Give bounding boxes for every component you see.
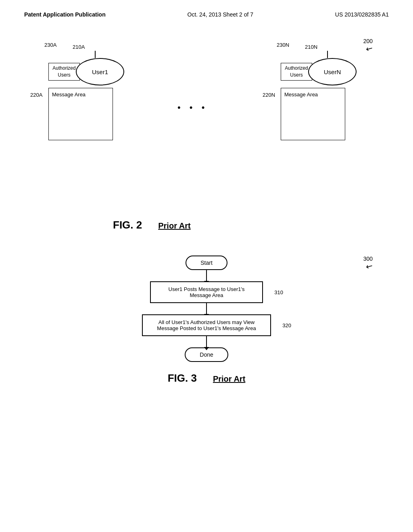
auth-users-left: AuthorizedUsers	[48, 63, 80, 81]
flow-start: Start	[186, 256, 227, 270]
fig2-label-row: FIG. 2 Prior Art	[113, 219, 191, 231]
usern-ellipse: UserN	[308, 58, 357, 85]
arrowhead-3	[204, 347, 209, 350]
header-right: US 2013/0282835 A1	[335, 11, 389, 18]
auth-users-right: AuthorizedUsers	[281, 63, 312, 81]
header-center: Oct. 24, 2013 Sheet 2 of 7	[188, 11, 253, 18]
flow-box-310: User1 Posts Message to User1'sMessage Ar…	[150, 281, 263, 303]
ellipsis-dots: • • •	[177, 102, 208, 113]
message-area-right: Message Area	[281, 88, 345, 140]
ref-210a-line	[95, 51, 96, 58]
message-area-left: Message Area	[48, 88, 113, 140]
fig2-section: 200 ↗ 210A 230A AuthorizedUsers User1	[0, 18, 413, 393]
diagram-right: 210N 230N AuthorizedUsers UserN 220N	[281, 58, 357, 140]
page-header: Patent Application Publication Oct. 24, …	[0, 0, 413, 18]
ref-310: 310	[274, 289, 283, 295]
arrow-1	[206, 270, 207, 281]
fig3-section: 300 ↗ Start User1 Posts Message to User1…	[24, 256, 389, 384]
fig3-label: FIG. 3	[168, 372, 197, 384]
msg-area-label-right: Message Area	[284, 91, 318, 98]
user1-ellipse: User1	[76, 58, 124, 85]
ref-230a: 230A	[44, 42, 56, 48]
diagram-left: 210A 230A AuthorizedUsers User1 220A	[48, 58, 124, 140]
arrow-3	[206, 336, 207, 347]
fig2-prior-art: Prior Art	[158, 221, 190, 231]
ref-320: 320	[282, 322, 291, 328]
left-user-row: 230A AuthorizedUsers User1	[48, 58, 124, 85]
right-msg-container: 220N Message Area	[281, 88, 357, 140]
ref-210n: 210N	[305, 44, 317, 50]
right-user-row: 230N AuthorizedUsers UserN	[281, 58, 357, 85]
ref-220a: 220A	[30, 92, 42, 98]
ref-210n-line	[327, 51, 328, 58]
msg-area-label-left: Message Area	[52, 91, 86, 98]
flowchart: Start User1 Posts Message to User1'sMess…	[24, 256, 389, 362]
fig3-prior-art: Prior Art	[213, 374, 245, 384]
ref-220n: 220N	[263, 92, 275, 98]
header-left: Patent Application Publication	[24, 11, 106, 18]
flow-box-320-container: All of User1's Authorized Users may View…	[142, 314, 271, 336]
left-msg-container: 220A Message Area	[48, 88, 124, 140]
fig2-label: FIG. 2	[113, 219, 142, 231]
ref-200: 200 ↗	[363, 38, 373, 54]
ref-230n: 230N	[277, 42, 289, 48]
ref-210a: 210A	[73, 44, 85, 50]
flow-box-310-container: User1 Posts Message to User1'sMessage Ar…	[150, 281, 263, 303]
flow-box-320: All of User1's Authorized Users may View…	[142, 314, 271, 336]
fig2-diagram-area: 200 ↗ 210A 230A AuthorizedUsers User1	[24, 38, 389, 231]
ref-300: 300 ↗	[363, 256, 373, 272]
arrow-2	[206, 303, 207, 314]
fig3-label-row: FIG. 3 Prior Art	[24, 372, 389, 384]
